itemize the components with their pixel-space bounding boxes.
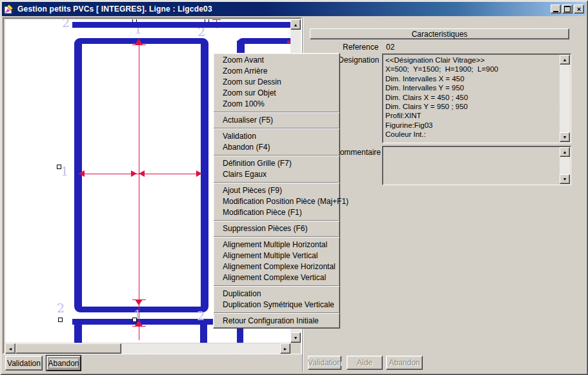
arrow-base — [132, 326, 146, 327]
selection-handle[interactable] — [57, 165, 61, 169]
menu-item-duplication[interactable]: Duplication — [214, 289, 340, 299]
menu-separator — [214, 180, 340, 185]
menu-item-validation[interactable]: Validation — [214, 131, 340, 142]
menu-separator — [214, 283, 340, 289]
menu-separator — [214, 234, 340, 239]
caracteristiques-header: Caracteristiques — [310, 28, 569, 39]
designation-line: X=500; Y=1500; H=1900; L=900 — [385, 65, 558, 74]
scroll-right-icon: ► — [283, 347, 288, 351]
dimension-mark — [287, 41, 290, 43]
designation-line: <<Désignation Clair Vitrage>> — [385, 56, 558, 65]
menu-item-zoom-sur-objet[interactable]: Zoom sur Objet — [214, 88, 340, 99]
scroll-up-icon: ▲ — [563, 57, 567, 62]
menu-item-modification-piece[interactable]: Modification Pièce (F1) — [214, 207, 340, 218]
menu-item-zoom-sur-dessin[interactable]: Zoom sur Dessin — [214, 77, 340, 88]
close-button[interactable]: × — [574, 5, 584, 14]
menu-separator — [214, 126, 340, 131]
scroll-up-button[interactable]: ▲ — [560, 147, 570, 157]
abandon-button[interactable]: Abandon — [46, 355, 81, 371]
designation-line: Dim. Intervalles X = 450 — [385, 74, 558, 83]
designation-field[interactable]: <<Désignation Clair Vitrage>> X=500; Y=1… — [382, 54, 571, 143]
menu-item-zoom-arriere[interactable]: Zoom Arrière — [214, 66, 340, 77]
frame-stub — [200, 323, 207, 343]
menu-item-ajout-pieces[interactable]: Ajout Pièces (F9) — [214, 185, 340, 196]
designation-line: Dim. Intervalles Y = 950 — [385, 83, 558, 92]
scroll-down-icon: ▼ — [563, 135, 567, 139]
menu-item-clairs-egaux[interactable]: Clairs Egaux — [214, 169, 340, 180]
maximize-icon — [564, 6, 571, 12]
menu-item-actualiser[interactable]: Actualiser (F5) — [214, 115, 340, 126]
scroll-down-icon: ▼ — [294, 336, 298, 340]
commentaire-field[interactable]: ▲ ▼ — [382, 146, 571, 185]
window-title: Gestion petits PVCs [ INTEGRES]. Ligne :… — [17, 5, 212, 14]
panel-validation-button[interactable]: Validation — [308, 356, 341, 370]
designation-line: Dim. Clairs Y = 950 ; 950 — [385, 102, 558, 111]
scroll-up-icon: ▲ — [563, 150, 567, 154]
frame-stub — [74, 323, 82, 343]
menu-separator — [214, 310, 340, 316]
commentaire-label: Commentaire — [334, 148, 381, 157]
menu-item-alignement-multiple-horizontal[interactable]: Alignement Multiple Horizontal — [214, 239, 340, 250]
commentaire-scrollbar[interactable]: ▲ ▼ — [560, 147, 570, 184]
menu-item-zoom-avant[interactable]: Zoom Avant — [214, 55, 340, 66]
selection-handle[interactable] — [132, 318, 137, 322]
scroll-down-button[interactable]: ▼ — [560, 132, 570, 142]
menu-item-zoom-100[interactable]: Zoom 100% — [214, 99, 340, 110]
clair-label: 2 — [57, 302, 65, 314]
arrow-down-icon — [135, 299, 143, 305]
menu-item-alignement-multiple-vertical[interactable]: Alignement Multiple Vertical — [214, 250, 340, 261]
scroll-down-icon: ▼ — [563, 177, 567, 181]
designation-label: Designation — [338, 56, 379, 65]
selection-handle[interactable] — [58, 318, 63, 322]
designation-line: Dim. Clairs X = 450 ; 450 — [385, 93, 558, 102]
menu-item-modification-position-piece[interactable]: Modification Position Pièce (Maj+F1) — [214, 196, 340, 207]
menu-item-duplication-symetrique-verticale[interactable]: Duplication Symétrique Verticale — [214, 299, 340, 310]
menu-item-suppression-pieces[interactable]: Suppression Pièces (F6) — [214, 223, 340, 234]
aide-button[interactable]: Aide — [347, 356, 383, 370]
menu-item-abandon[interactable]: Abandon (F4) — [214, 142, 340, 153]
vertical-dimension-line — [139, 39, 139, 340]
menu-separator — [214, 110, 340, 115]
title-bar[interactable]: Gestion petits PVCs [ INTEGRES]. Ligne :… — [2, 2, 586, 16]
designation-line: Figurine:Fig03 — [385, 121, 558, 130]
reference-value: 02 — [386, 43, 394, 52]
clair-label: 2 — [197, 310, 205, 322]
scrollbar-corner — [290, 343, 301, 354]
app-window: Gestion petits PVCs [ INTEGRES]. Ligne :… — [0, 0, 588, 375]
scroll-up-button[interactable]: ▲ — [290, 19, 301, 30]
scroll-left-icon: ◄ — [8, 347, 13, 351]
menu-item-retour-configuration-initiale[interactable]: Retour Configuration Initiale — [214, 316, 340, 327]
scroll-down-button[interactable]: ▼ — [560, 174, 570, 184]
clair-label: 1 — [61, 165, 68, 177]
designation-line: Couleur Int.: — [385, 130, 558, 139]
menu-separator — [214, 153, 340, 158]
scroll-right-button[interactable]: ► — [280, 343, 290, 354]
arrow-right-icon — [196, 170, 202, 177]
scroll-left-button[interactable]: ◄ — [5, 343, 15, 354]
reference-label: Reference — [343, 43, 378, 52]
maximize-button[interactable] — [562, 5, 573, 14]
menu-item-definition-grille[interactable]: Définition Grille (F7) — [214, 158, 340, 169]
arrow-left-icon — [79, 170, 85, 177]
horizontal-scrollbar[interactable]: ◄ ► — [5, 343, 290, 354]
arrow-base — [132, 45, 146, 45]
menu-item-alignement-complexe-horizontal[interactable]: Alignement Complexe Horizontal — [214, 261, 340, 272]
scroll-up-icon: ▲ — [294, 23, 298, 27]
bowtie-marker — [139, 170, 145, 177]
app-icon — [4, 4, 14, 14]
minimize-button[interactable] — [551, 5, 561, 14]
validation-button[interactable]: Validation — [5, 356, 43, 370]
designation-scrollbar[interactable]: ▲ ▼ — [560, 55, 570, 142]
scroll-down-button[interactable]: ▼ — [290, 332, 301, 343]
designation-line: Profil:XINT — [385, 111, 558, 120]
close-icon: × — [577, 6, 581, 13]
minimize-icon — [553, 11, 558, 12]
arrow-up-icon — [135, 39, 143, 45]
menu-item-alignement-complexe-vertical[interactable]: Alignement Complexe Vertical — [214, 272, 340, 283]
scroll-up-button[interactable]: ▲ — [560, 55, 570, 65]
context-menu: Zoom Avant Zoom Arrière Zoom sur Dessin … — [213, 53, 340, 329]
scrollbar-thumb[interactable] — [15, 343, 121, 354]
panel-abandon-button[interactable]: Abandon — [386, 356, 423, 370]
clair-label: 2 — [62, 19, 70, 29]
menu-separator — [214, 218, 340, 223]
